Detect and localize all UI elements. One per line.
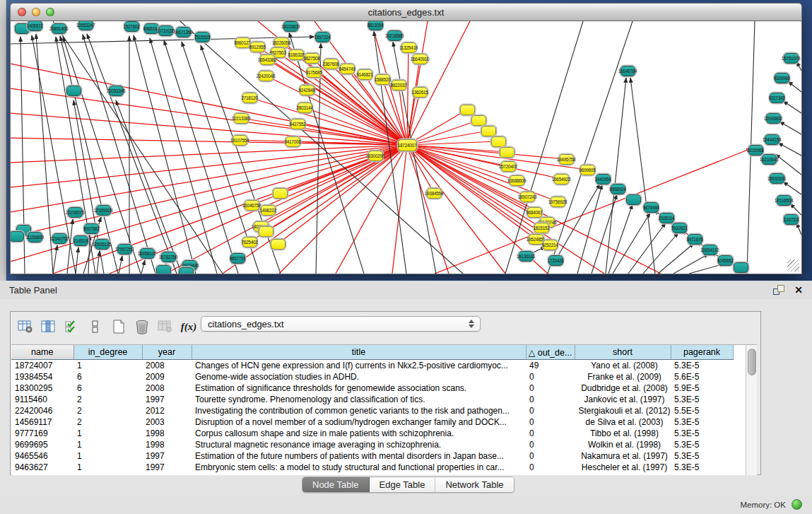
- graph-node[interactable]: 17359928: [96, 205, 111, 216]
- table-cell[interactable]: Hescheler et al. (1997): [575, 462, 671, 473]
- graph-node[interactable]: 10719155: [158, 25, 173, 36]
- graph-node[interactable]: [500, 147, 514, 158]
- graph-node[interactable]: 20891406: [52, 23, 66, 34]
- graph-node[interactable]: 9417008: [286, 136, 300, 147]
- graph-node[interactable]: 9474444: [644, 202, 659, 213]
- function-builder-icon[interactable]: f(x): [178, 317, 199, 337]
- column-header[interactable]: in_degree: [73, 345, 142, 360]
- graph-node[interactable]: 9245652: [718, 255, 733, 266]
- graph-node[interactable]: 11156869: [28, 232, 42, 243]
- table-cell[interactable]: 0: [526, 428, 575, 439]
- graph-node[interactable]: 1362615: [413, 87, 428, 98]
- graph-node[interactable]: 18724007: [398, 139, 417, 151]
- table-cell[interactable]: 2009: [142, 371, 192, 382]
- table-cell[interactable]: 19384554: [11, 371, 73, 382]
- table-scrollbar[interactable]: [746, 344, 757, 475]
- table-cell[interactable]: Yano et al. (2008): [575, 360, 671, 372]
- table-cell[interactable]: 1: [73, 360, 142, 372]
- table-cell[interactable]: 0: [526, 439, 575, 450]
- close-panel-icon[interactable]: ✕: [794, 284, 803, 296]
- graph-node[interactable]: 1440954: [596, 174, 611, 185]
- graph-node[interactable]: [66, 86, 81, 96]
- graph-node[interactable]: 20206576: [68, 207, 83, 218]
- table-cell[interactable]: 1: [73, 450, 142, 462]
- graph-node[interactable]: 8186328: [289, 49, 304, 60]
- graph-node[interactable]: [460, 105, 475, 115]
- table-cell[interactable]: 1998: [142, 428, 192, 439]
- graph-node[interactable]: [156, 265, 171, 275]
- graph-node[interactable]: 8454749: [340, 64, 355, 74]
- table-cell[interactable]: 1: [73, 428, 142, 439]
- graph-node[interactable]: 7632621: [672, 223, 687, 233]
- graph-node[interactable]: 16210643: [762, 154, 777, 165]
- graph-node[interactable]: 9329966: [775, 73, 789, 83]
- table-cell[interactable]: 5.3E-5: [671, 462, 733, 473]
- table-row[interactable]: 977716911998Corpus callosum shape and si…: [11, 428, 733, 439]
- table-cell[interactable]: 49: [526, 360, 575, 372]
- table-cell[interactable]: 5.3E-5: [671, 394, 733, 405]
- table-cell[interactable]: 2: [73, 394, 142, 405]
- graph-node[interactable]: 12342757: [52, 233, 67, 244]
- graph-node[interactable]: 10654112: [702, 245, 717, 255]
- table-selector-dropdown[interactable]: citations_edges.txt: [201, 316, 481, 332]
- table-cell[interactable]: Estimation of significance thresholds fo…: [192, 382, 526, 394]
- table-cell[interactable]: 1997: [142, 450, 192, 462]
- graph-node[interactable]: 9146821: [358, 69, 372, 80]
- graph-node[interactable]: 16958107: [140, 248, 155, 259]
- table-cell[interactable]: 5.3E-5: [671, 416, 733, 428]
- table-cell[interactable]: 5.3E-5: [671, 428, 733, 439]
- table-cell[interactable]: 22420046: [11, 405, 73, 416]
- table-cell[interactable]: 1: [73, 439, 142, 450]
- graph-node[interactable]: 10688609: [510, 175, 524, 186]
- graph-node[interactable]: 12505135: [95, 239, 110, 250]
- graph-node[interactable]: 9699695: [580, 165, 595, 175]
- graph-node[interactable]: 16033809: [283, 21, 298, 32]
- graph-node[interactable]: 20053346: [109, 86, 124, 96]
- graph-node[interactable]: [259, 226, 273, 237]
- select-columns-icon[interactable]: [38, 317, 59, 337]
- table-row[interactable]: 1872400712008Changes of HCN gene express…: [11, 360, 733, 372]
- table-cell[interactable]: 5.6E-5: [671, 371, 733, 382]
- table-cell[interactable]: Disruption of a novel member of a sodium…: [192, 416, 526, 428]
- table-row[interactable]: 946362711997Embryonic stem cells: a mode…: [11, 462, 733, 473]
- graph-node[interactable]: 7625402: [242, 237, 257, 247]
- graph-node[interactable]: 2718120: [242, 93, 257, 103]
- graph-node[interactable]: 16640910: [413, 54, 428, 64]
- graph-node[interactable]: [626, 194, 641, 205]
- table-cell[interactable]: 0: [526, 462, 575, 473]
- network-canvas[interactable]: 1872400718300295193845548960123891295518…: [10, 21, 802, 274]
- graph-node[interactable]: 12444154: [765, 134, 779, 145]
- table-cell[interactable]: 2: [73, 416, 142, 428]
- table-cell[interactable]: 0: [526, 405, 575, 416]
- graph-node[interactable]: 9252214: [543, 240, 558, 250]
- graph-node[interactable]: 8912955: [250, 42, 265, 52]
- table-cell[interactable]: 9115460: [11, 394, 73, 405]
- graph-node[interactable]: [179, 267, 194, 275]
- graph-node[interactable]: 1498222: [261, 205, 276, 216]
- graph-node[interactable]: [481, 126, 496, 136]
- table-cell[interactable]: 0: [526, 450, 575, 462]
- graph-node[interactable]: [273, 188, 288, 199]
- table-cell[interactable]: 1997: [142, 394, 192, 405]
- table-cell[interactable]: 2008: [142, 382, 192, 394]
- table-cell[interactable]: 14569117: [11, 416, 73, 428]
- graph-node[interactable]: 11325419: [401, 42, 416, 53]
- graph-node[interactable]: 18226058: [274, 37, 289, 48]
- graph-node[interactable]: 8813054: [368, 21, 383, 30]
- table-cell[interactable]: 5.5E-5: [671, 405, 733, 416]
- column-header[interactable]: title: [192, 345, 526, 360]
- graph-node[interactable]: 2367608: [324, 59, 339, 69]
- graph-node[interactable]: 15751074: [784, 53, 799, 64]
- import-table-icon[interactable]: [155, 317, 176, 337]
- table-cell[interactable]: Franke et al. (2009): [575, 371, 671, 382]
- table-cell[interactable]: Stergiakouli et al. (2012): [575, 405, 671, 416]
- column-header[interactable]: short: [575, 345, 671, 360]
- table-row[interactable]: 2242004622012Investigating the contribut…: [11, 405, 733, 416]
- table-cell[interactable]: Structural magnetic resonance image aver…: [192, 439, 526, 450]
- table-cell[interactable]: 5.9E-5: [671, 382, 733, 394]
- table-cell[interactable]: Tibbo et al. (1998): [575, 428, 671, 439]
- table-row[interactable]: 1938455462009Genome-wide association stu…: [11, 371, 733, 382]
- graph-node[interactable]: 1405572: [28, 21, 42, 31]
- table-row[interactable]: 1830029562008Estimation of significance …: [11, 382, 733, 394]
- graph-node[interactable]: 16046758: [245, 200, 259, 211]
